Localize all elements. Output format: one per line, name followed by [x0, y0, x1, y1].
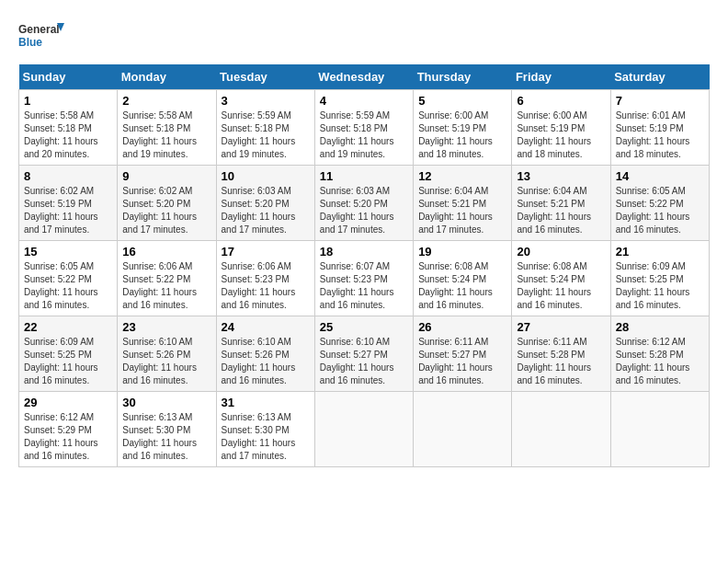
day-info: Sunrise: 6:13 AMSunset: 5:30 PMDaylight:…: [122, 411, 210, 463]
calendar-cell: 2Sunrise: 5:58 AMSunset: 5:18 PMDaylight…: [118, 90, 216, 166]
day-info: Sunrise: 5:59 AMSunset: 5:18 PMDaylight:…: [222, 109, 310, 161]
calendar-cell: 18Sunrise: 6:07 AMSunset: 5:23 PMDayligh…: [314, 241, 413, 316]
day-info: Sunrise: 6:03 AMSunset: 5:20 PMDaylight:…: [222, 185, 310, 236]
day-info: Sunrise: 6:12 AMSunset: 5:28 PMDaylight:…: [616, 336, 704, 387]
day-number: 19: [418, 245, 506, 259]
calendar-week-2: 8Sunrise: 6:02 AMSunset: 5:19 PMDaylight…: [19, 166, 710, 241]
header-friday: Friday: [512, 64, 610, 90]
calendar-cell: 1Sunrise: 5:58 AMSunset: 5:18 PMDaylight…: [19, 90, 118, 166]
header-sunday: Sunday: [19, 64, 118, 90]
calendar-cell: [610, 392, 709, 467]
calendar-cell: 15Sunrise: 6:05 AMSunset: 5:22 PMDayligh…: [19, 241, 118, 316]
calendar-cell: 24Sunrise: 6:10 AMSunset: 5:26 PMDayligh…: [216, 316, 314, 392]
logo-svg: General Blue: [18, 18, 64, 55]
header-saturday: Saturday: [610, 64, 709, 90]
day-info: Sunrise: 6:10 AMSunset: 5:26 PMDaylight:…: [222, 336, 310, 387]
day-number: 4: [320, 94, 408, 108]
header-tuesday: Tuesday: [216, 64, 314, 90]
day-number: 13: [517, 169, 605, 183]
day-number: 26: [418, 320, 506, 334]
calendar-week-4: 22Sunrise: 6:09 AMSunset: 5:25 PMDayligh…: [19, 316, 710, 392]
day-number: 3: [222, 94, 310, 108]
day-number: 7: [616, 94, 704, 108]
calendar-cell: 30Sunrise: 6:13 AMSunset: 5:30 PMDayligh…: [118, 392, 216, 467]
svg-text:General: General: [18, 23, 60, 36]
day-number: 2: [122, 94, 210, 108]
day-info: Sunrise: 6:10 AMSunset: 5:27 PMDaylight:…: [320, 336, 408, 387]
day-info: Sunrise: 6:11 AMSunset: 5:28 PMDaylight:…: [517, 336, 605, 387]
day-info: Sunrise: 5:59 AMSunset: 5:18 PMDaylight:…: [320, 109, 408, 161]
day-info: Sunrise: 6:11 AMSunset: 5:27 PMDaylight:…: [418, 336, 506, 387]
day-info: Sunrise: 6:08 AMSunset: 5:24 PMDaylight:…: [418, 260, 506, 312]
day-number: 20: [517, 245, 605, 259]
day-number: 17: [222, 245, 310, 259]
day-info: Sunrise: 6:03 AMSunset: 5:20 PMDaylight:…: [320, 185, 408, 236]
calendar-cell: 3Sunrise: 5:59 AMSunset: 5:18 PMDaylight…: [216, 90, 314, 166]
calendar-cell: 23Sunrise: 6:10 AMSunset: 5:26 PMDayligh…: [118, 316, 216, 392]
calendar-cell: 6Sunrise: 6:00 AMSunset: 5:19 PMDaylight…: [512, 90, 610, 166]
calendar-cell: 26Sunrise: 6:11 AMSunset: 5:27 PMDayligh…: [414, 316, 512, 392]
day-number: 23: [122, 320, 210, 334]
day-info: Sunrise: 6:02 AMSunset: 5:19 PMDaylight:…: [24, 185, 112, 236]
day-number: 8: [24, 169, 112, 183]
calendar-cell: 27Sunrise: 6:11 AMSunset: 5:28 PMDayligh…: [512, 316, 610, 392]
day-info: Sunrise: 6:04 AMSunset: 5:21 PMDaylight:…: [418, 185, 506, 236]
calendar-cell: 31Sunrise: 6:13 AMSunset: 5:30 PMDayligh…: [216, 392, 314, 467]
calendar-cell: 21Sunrise: 6:09 AMSunset: 5:25 PMDayligh…: [610, 241, 709, 316]
header-thursday: Thursday: [414, 64, 512, 90]
day-number: 5: [418, 94, 506, 108]
day-number: 22: [24, 320, 112, 334]
day-number: 24: [222, 320, 310, 334]
calendar-cell: [512, 392, 610, 467]
calendar-header-row: SundayMondayTuesdayWednesdayThursdayFrid…: [19, 64, 710, 90]
day-number: 21: [616, 245, 704, 259]
calendar-cell: 25Sunrise: 6:10 AMSunset: 5:27 PMDayligh…: [314, 316, 413, 392]
calendar-week-5: 29Sunrise: 6:12 AMSunset: 5:29 PMDayligh…: [19, 392, 710, 467]
day-info: Sunrise: 5:58 AMSunset: 5:18 PMDaylight:…: [122, 109, 210, 161]
calendar-cell: 11Sunrise: 6:03 AMSunset: 5:20 PMDayligh…: [314, 166, 413, 241]
day-info: Sunrise: 6:05 AMSunset: 5:22 PMDaylight:…: [616, 185, 704, 236]
calendar-cell: 9Sunrise: 6:02 AMSunset: 5:20 PMDaylight…: [118, 166, 216, 241]
day-number: 6: [517, 94, 605, 108]
calendar-cell: 16Sunrise: 6:06 AMSunset: 5:22 PMDayligh…: [118, 241, 216, 316]
day-info: Sunrise: 6:06 AMSunset: 5:23 PMDaylight:…: [222, 260, 310, 312]
day-info: Sunrise: 6:01 AMSunset: 5:19 PMDaylight:…: [616, 109, 704, 161]
calendar-cell: 12Sunrise: 6:04 AMSunset: 5:21 PMDayligh…: [414, 166, 512, 241]
header: General Blue: [18, 18, 710, 55]
calendar-week-3: 15Sunrise: 6:05 AMSunset: 5:22 PMDayligh…: [19, 241, 710, 316]
calendar-cell: 20Sunrise: 6:08 AMSunset: 5:24 PMDayligh…: [512, 241, 610, 316]
calendar-cell: 8Sunrise: 6:02 AMSunset: 5:19 PMDaylight…: [19, 166, 118, 241]
day-info: Sunrise: 6:09 AMSunset: 5:25 PMDaylight:…: [24, 336, 112, 387]
day-info: Sunrise: 6:07 AMSunset: 5:23 PMDaylight:…: [320, 260, 408, 312]
day-number: 28: [616, 320, 704, 334]
day-info: Sunrise: 6:02 AMSunset: 5:20 PMDaylight:…: [122, 185, 210, 236]
day-info: Sunrise: 6:13 AMSunset: 5:30 PMDaylight:…: [222, 411, 310, 463]
day-info: Sunrise: 6:08 AMSunset: 5:24 PMDaylight:…: [517, 260, 605, 312]
calendar-cell: 17Sunrise: 6:06 AMSunset: 5:23 PMDayligh…: [216, 241, 314, 316]
day-number: 1: [24, 94, 112, 108]
day-number: 16: [122, 245, 210, 259]
day-number: 9: [122, 169, 210, 183]
day-info: Sunrise: 6:05 AMSunset: 5:22 PMDaylight:…: [24, 260, 112, 312]
day-number: 31: [222, 396, 310, 409]
calendar-table: SundayMondayTuesdayWednesdayThursdayFrid…: [18, 64, 710, 467]
calendar-week-1: 1Sunrise: 5:58 AMSunset: 5:18 PMDaylight…: [19, 90, 710, 166]
day-info: Sunrise: 6:09 AMSunset: 5:25 PMDaylight:…: [616, 260, 704, 312]
day-info: Sunrise: 6:12 AMSunset: 5:29 PMDaylight:…: [24, 411, 112, 463]
day-number: 10: [222, 169, 310, 183]
calendar-cell: 19Sunrise: 6:08 AMSunset: 5:24 PMDayligh…: [414, 241, 512, 316]
calendar-cell: 14Sunrise: 6:05 AMSunset: 5:22 PMDayligh…: [610, 166, 709, 241]
day-number: 15: [24, 245, 112, 259]
day-number: 25: [320, 320, 408, 334]
calendar-cell: 7Sunrise: 6:01 AMSunset: 5:19 PMDaylight…: [610, 90, 709, 166]
day-info: Sunrise: 6:06 AMSunset: 5:22 PMDaylight:…: [122, 260, 210, 312]
calendar-cell: 4Sunrise: 5:59 AMSunset: 5:18 PMDaylight…: [314, 90, 413, 166]
day-info: Sunrise: 6:10 AMSunset: 5:26 PMDaylight:…: [122, 336, 210, 387]
calendar-cell: 10Sunrise: 6:03 AMSunset: 5:20 PMDayligh…: [216, 166, 314, 241]
day-number: 12: [418, 169, 506, 183]
header-monday: Monday: [118, 64, 216, 90]
calendar-cell: 5Sunrise: 6:00 AMSunset: 5:19 PMDaylight…: [414, 90, 512, 166]
day-number: 11: [320, 169, 408, 183]
day-number: 14: [616, 169, 704, 183]
day-number: 30: [122, 396, 210, 409]
